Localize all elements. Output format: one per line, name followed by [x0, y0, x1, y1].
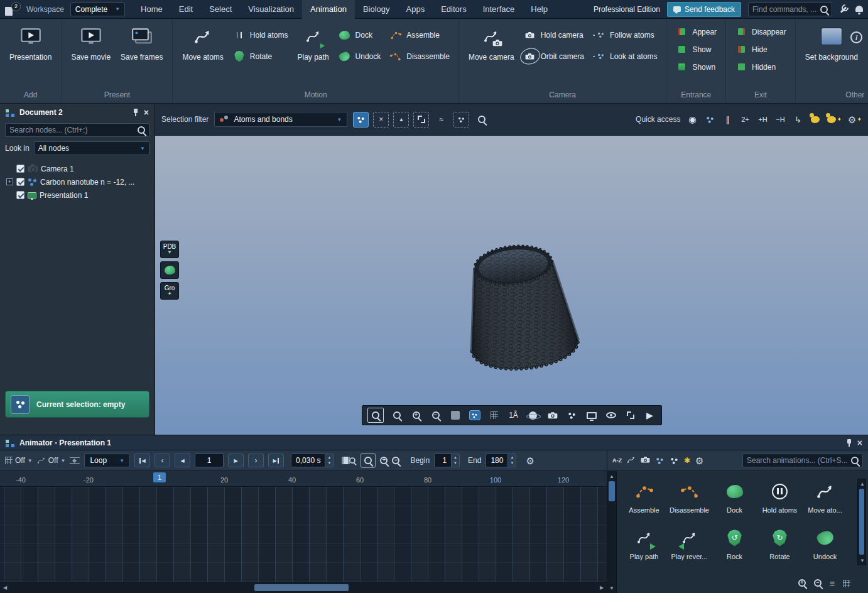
- scroll-up-icon[interactable]: ▲: [607, 472, 616, 481]
- search-icon[interactable]: [851, 457, 859, 464]
- palette-settings-gear-icon[interactable]: ⚙: [695, 456, 703, 465]
- scrollbar-thumb[interactable]: [859, 489, 864, 555]
- play-backward-button[interactable]: ◀: [175, 454, 190, 467]
- animation-item-hold-atoms[interactable]: Hold atoms: [757, 475, 802, 520]
- bond-arrow-icon[interactable]: ↳: [792, 112, 803, 126]
- animation-item-rotate[interactable]: ↻ Rotate: [757, 521, 802, 567]
- interpolation-dropdown[interactable]: Off▼: [37, 456, 66, 465]
- loop-mode-select[interactable]: Loop▼: [84, 454, 130, 467]
- hide-button[interactable]: Hide: [735, 43, 786, 55]
- palette-zoom-out-button[interactable]: −: [814, 579, 822, 589]
- snap-dropdown[interactable]: Off▼: [5, 456, 33, 465]
- presentation-button[interactable]: Presentation: [5, 24, 56, 63]
- visibility-checkbox[interactable]: [16, 165, 24, 173]
- settings-wrench-icon[interactable]: [839, 4, 849, 14]
- play-path-button[interactable]: Play path: [293, 24, 334, 63]
- end-spinner[interactable]: 180▲▼: [486, 454, 516, 467]
- select-atoms-button[interactable]: [353, 112, 369, 128]
- selection-filter-select[interactable]: Atoms and bonds ▼: [214, 112, 347, 127]
- menu-apps[interactable]: Apps: [398, 0, 433, 19]
- timeline-ruler[interactable]: -40 -20 1 20 40 60 80 100 120: [0, 471, 607, 487]
- menu-edit[interactable]: Edit: [171, 0, 201, 19]
- workspace-select[interactable]: Complete▼: [70, 3, 125, 16]
- scrollbar-thumb[interactable]: [254, 584, 349, 591]
- spin-down[interactable]: ▼: [452, 460, 459, 466]
- close-icon[interactable]: ×: [857, 438, 862, 447]
- zoom-fit-timeline-button[interactable]: [361, 453, 376, 468]
- scroll-left-icon[interactable]: ◀: [1, 583, 9, 592]
- navigation-wheel-icon[interactable]: ◉: [686, 112, 698, 126]
- duck-sparkle-tool-icon[interactable]: ✦: [827, 112, 842, 126]
- document-icon[interactable]: 2: [5, 3, 20, 16]
- menu-animation[interactable]: Animation: [302, 0, 355, 19]
- remove-hydrogens-icon[interactable]: −H: [774, 112, 786, 126]
- animation-item-move-atoms[interactable]: Move ato...: [803, 475, 847, 520]
- zoom-rect-button[interactable]: [367, 408, 384, 423]
- spin-up[interactable]: ▲: [452, 455, 459, 460]
- select-up-button[interactable]: ▲: [393, 112, 409, 128]
- background-swatch-button[interactable]: [449, 408, 462, 423]
- show-button[interactable]: Show: [675, 43, 717, 55]
- shown-button[interactable]: Shown: [675, 61, 717, 73]
- orbit-disc-button[interactable]: [527, 408, 540, 423]
- menu-home[interactable]: Home: [133, 0, 171, 19]
- set-background-button[interactable]: Set background: [801, 24, 862, 63]
- fullscreen-button[interactable]: [624, 408, 637, 423]
- look-at-atoms-button[interactable]: Look at atoms: [593, 50, 657, 62]
- begin-spinner[interactable]: 1▲▼: [434, 454, 460, 467]
- save-frames-button[interactable]: Save frames: [116, 24, 167, 63]
- pin-icon[interactable]: [133, 109, 139, 116]
- viewport[interactable]: Selection filter Atoms and bonds ▼ × ▲ ≈…: [155, 104, 868, 435]
- grab-tool-button[interactable]: [160, 261, 179, 279]
- timeline-grid[interactable]: [0, 487, 607, 582]
- tree-row-camera[interactable]: Camera 1: [1, 162, 153, 175]
- expander-plus-icon[interactable]: +: [6, 178, 13, 185]
- menu-help[interactable]: Help: [523, 0, 556, 19]
- molecule-pointer-button[interactable]: [566, 408, 578, 423]
- move-atoms-button[interactable]: Move atoms: [178, 24, 227, 63]
- animator-settings-gear-icon[interactable]: ⚙: [526, 456, 534, 465]
- spin-up[interactable]: ▲: [508, 455, 516, 460]
- tree-row-nanotube[interactable]: + Carbon nanotube n = -12, ...: [1, 175, 153, 188]
- step-back-button[interactable]: ‹: [155, 454, 170, 467]
- add-camera-button[interactable]: [546, 408, 559, 423]
- move-camera-button[interactable]: Move camera: [464, 24, 519, 63]
- ruler-current-frame[interactable]: 1: [153, 472, 166, 482]
- go-to-end-button[interactable]: ▶: [268, 454, 284, 467]
- find-commands-input[interactable]: [752, 5, 818, 14]
- measure-parallel-icon[interactable]: ∥: [722, 112, 733, 126]
- go-to-start-button[interactable]: ◀: [134, 454, 150, 467]
- camera-filter-icon[interactable]: [641, 456, 650, 465]
- add-hydrogens-icon[interactable]: +H: [757, 112, 768, 126]
- dock-button[interactable]: Dock: [339, 29, 381, 41]
- export-frames-button[interactable]: [342, 457, 356, 464]
- menu-interface[interactable]: Interface: [475, 0, 523, 19]
- atoms-filter-icon[interactable]: [656, 457, 664, 464]
- play-forward-button[interactable]: ▶: [228, 454, 244, 467]
- frame-time-spinner[interactable]: 0,030 s▲▼: [291, 454, 334, 467]
- menu-visualization[interactable]: Visualization: [240, 0, 302, 19]
- timeline-horizontal-scrollbar[interactable]: ◀ ▶: [0, 582, 607, 593]
- list-view-icon[interactable]: ≡: [830, 579, 835, 589]
- notifications-bell-icon[interactable]: [855, 6, 863, 12]
- zoom-in-button[interactable]: +: [410, 408, 423, 423]
- menu-select[interactable]: Select: [201, 0, 240, 19]
- monitor-button[interactable]: [585, 408, 598, 423]
- menu-biology[interactable]: Biology: [355, 0, 398, 19]
- expand-selection-button[interactable]: [413, 112, 429, 128]
- palette-scrollbar[interactable]: ▲ ▼: [857, 479, 866, 565]
- save-movie-button[interactable]: Save movie: [67, 24, 115, 63]
- effects-filter-icon[interactable]: ✱: [684, 456, 690, 465]
- menu-editors[interactable]: Editors: [433, 0, 474, 19]
- animation-search-input[interactable]: [747, 456, 848, 465]
- disappear-button[interactable]: Disappear: [735, 26, 786, 38]
- keyframe-icon[interactable]: [70, 457, 80, 464]
- animation-item-play-path[interactable]: Play path: [622, 521, 666, 567]
- info-icon[interactable]: i: [850, 31, 862, 43]
- orbit-camera-button[interactable]: Orbit camera: [524, 50, 584, 62]
- search-icon[interactable]: [820, 6, 828, 13]
- visibility-checkbox[interactable]: [16, 191, 24, 199]
- animation-item-dock[interactable]: Dock: [712, 475, 757, 520]
- zoom-out-timeline-button[interactable]: −: [392, 457, 399, 464]
- pin-icon[interactable]: [846, 439, 852, 447]
